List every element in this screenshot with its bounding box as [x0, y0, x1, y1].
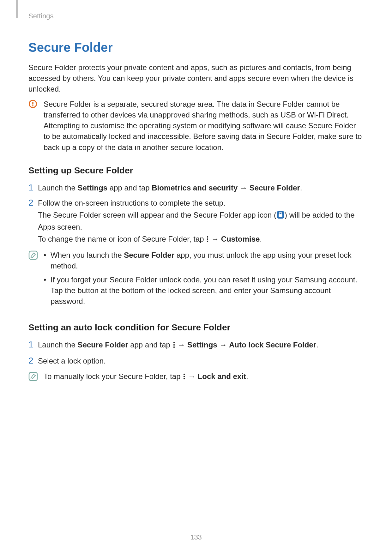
page-title: Secure Folder — [28, 40, 364, 55]
note-block: When you launch the Secure Folder app, y… — [28, 250, 364, 310]
step-b1: Launch the Secure Folder app and tap → S… — [28, 340, 364, 351]
more-options-icon — [172, 340, 176, 351]
svg-rect-12 — [29, 372, 37, 381]
bold: Customise — [221, 235, 260, 243]
note-bullet-1: When you launch the Secure Folder app, y… — [44, 250, 364, 271]
text: app and tap — [107, 184, 152, 192]
step-2: Follow the on-screen instructions to com… — [28, 198, 364, 245]
text: Launch the — [38, 340, 77, 349]
text: app and tap — [128, 340, 172, 349]
svg-point-2 — [32, 105, 33, 106]
svg-point-13 — [184, 373, 185, 375]
text: . — [246, 372, 248, 381]
document-page: Settings Secure Folder Secure Folder pro… — [0, 0, 392, 554]
svg-point-14 — [184, 376, 185, 377]
step-b2: Select a lock option. — [28, 356, 364, 366]
svg-rect-8 — [29, 251, 37, 259]
svg-point-7 — [207, 241, 208, 242]
step-1: Launch the Settings app and tap Biometri… — [28, 183, 364, 193]
subheading-autolock: Setting an auto lock condition for Secur… — [28, 322, 364, 333]
bold: Lock and exit — [198, 372, 246, 381]
page-number: 133 — [0, 533, 392, 541]
secure-folder-app-icon — [276, 211, 285, 222]
note-bullet-2: If you forget your Secure Folder unlock … — [44, 274, 364, 307]
bold: Settings — [77, 184, 107, 192]
bold: Settings — [187, 340, 217, 349]
bold: Biometrics and security — [152, 184, 238, 192]
svg-point-10 — [173, 344, 174, 346]
caution-block: Secure Folder is a separate, secured sto… — [28, 99, 364, 153]
note-text: To manually lock your Secure Folder, tap… — [44, 371, 364, 383]
svg-point-11 — [173, 346, 174, 348]
steps-autolock: Launch the Secure Folder app and tap → S… — [28, 340, 364, 366]
subheading-setup: Setting up Secure Folder — [28, 166, 364, 176]
svg-point-9 — [173, 342, 174, 343]
arrow-icon: → — [176, 340, 187, 349]
text: . — [260, 235, 262, 243]
caution-text: Secure Folder is a separate, secured sto… — [44, 99, 364, 153]
text: When you launch the — [51, 251, 124, 259]
page-tab-indicator — [16, 0, 18, 18]
steps-setup: Launch the Settings app and tap Biometri… — [28, 183, 364, 245]
arrow-icon: → — [186, 372, 197, 381]
svg-point-6 — [207, 238, 208, 240]
arrow-icon: → — [238, 184, 249, 192]
caution-icon — [28, 99, 44, 108]
note-icon — [28, 250, 44, 260]
svg-rect-4 — [279, 214, 282, 217]
bold: Secure Folder — [250, 184, 300, 192]
section-header: Settings — [28, 12, 364, 20]
bold: Secure Folder — [77, 340, 128, 349]
text: Launch the — [38, 184, 77, 192]
bold: Secure Folder — [124, 251, 174, 259]
note-text: When you launch the Secure Folder app, y… — [44, 250, 364, 310]
bold: Auto lock Secure Folder — [229, 340, 316, 349]
text: The Secure Folder screen will appear and… — [38, 211, 276, 219]
text: To manually lock your Secure Folder, tap — [44, 372, 183, 381]
text: Follow the on-screen instructions to com… — [38, 199, 226, 207]
note-block-2: To manually lock your Secure Folder, tap… — [28, 371, 364, 383]
text: . — [316, 340, 318, 349]
text: To change the name or icon of Secure Fol… — [38, 235, 206, 243]
more-options-icon — [183, 372, 186, 383]
intro-paragraph: Secure Folder protects your private cont… — [28, 62, 364, 94]
svg-point-15 — [184, 378, 185, 379]
arrow-icon: → — [217, 340, 229, 349]
svg-point-5 — [207, 236, 208, 238]
note-icon — [28, 371, 44, 381]
text: . — [300, 184, 302, 192]
arrow-icon: → — [209, 235, 221, 243]
more-options-icon — [206, 235, 209, 245]
svg-rect-1 — [32, 102, 33, 105]
